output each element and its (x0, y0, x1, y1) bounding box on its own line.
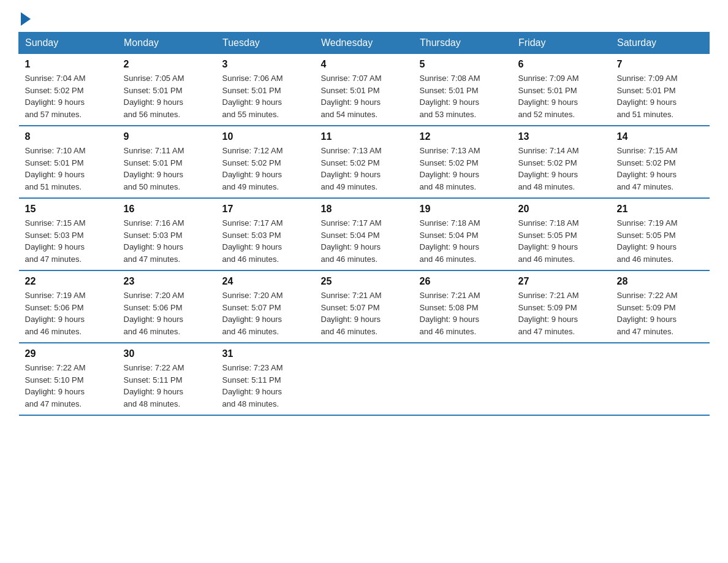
day-info: Sunrise: 7:23 AMSunset: 5:11 PMDaylight:… (222, 362, 309, 410)
calendar-cell: 24Sunrise: 7:20 AMSunset: 5:07 PMDayligh… (216, 270, 315, 343)
day-number: 25 (321, 276, 408, 287)
daylight-text: Daylight: 9 hours (420, 315, 480, 324)
calendar-cell: 28Sunrise: 7:22 AMSunset: 5:09 PMDayligh… (611, 270, 710, 343)
sunrise-text: Sunrise: 7:19 AM (617, 218, 678, 228)
sunrise-text: Sunrise: 7:21 AM (321, 291, 382, 300)
day-number: 23 (124, 276, 210, 287)
calendar-cell: 2Sunrise: 7:05 AMSunset: 5:01 PMDaylight… (118, 54, 216, 126)
sunrise-text: Sunrise: 7:09 AM (617, 74, 678, 83)
sunrise-text: Sunrise: 7:08 AM (420, 74, 480, 83)
sunrise-text: Sunrise: 7:15 AM (25, 218, 86, 228)
day-number: 30 (124, 348, 210, 359)
daylight-text: Daylight: 9 hours (222, 387, 282, 396)
daylight-text: Daylight: 9 hours (25, 387, 85, 396)
day-number: 16 (124, 204, 210, 215)
day-number: 4 (321, 59, 408, 70)
day-number: 2 (124, 59, 210, 70)
daylight-minutes-text: and 47 minutes. (124, 255, 181, 264)
day-info: Sunrise: 7:10 AMSunset: 5:01 PMDaylight:… (25, 145, 112, 193)
day-number: 7 (617, 59, 703, 70)
daylight-minutes-text: and 46 minutes. (617, 255, 674, 264)
day-number: 13 (518, 131, 605, 142)
calendar-cell: 7Sunrise: 7:09 AMSunset: 5:01 PMDaylight… (611, 54, 710, 126)
weekday-header-friday: Friday (512, 33, 611, 54)
sunset-text: Sunset: 5:07 PM (321, 303, 380, 312)
calendar-cell: 18Sunrise: 7:17 AMSunset: 5:04 PMDayligh… (315, 198, 414, 270)
sunset-text: Sunset: 5:11 PM (222, 375, 281, 385)
sunrise-text: Sunrise: 7:20 AM (124, 291, 184, 300)
daylight-text: Daylight: 9 hours (420, 98, 480, 107)
sunset-text: Sunset: 5:05 PM (518, 231, 577, 240)
calendar-cell: 21Sunrise: 7:19 AMSunset: 5:05 PMDayligh… (611, 198, 710, 270)
sunrise-text: Sunrise: 7:15 AM (617, 146, 678, 155)
day-number: 18 (321, 204, 408, 215)
day-info: Sunrise: 7:07 AMSunset: 5:01 PMDaylight:… (321, 72, 408, 120)
day-info: Sunrise: 7:16 AMSunset: 5:03 PMDaylight:… (124, 217, 210, 265)
day-info: Sunrise: 7:22 AMSunset: 5:11 PMDaylight:… (124, 362, 210, 410)
daylight-text: Daylight: 9 hours (222, 170, 282, 179)
sunset-text: Sunset: 5:02 PM (222, 158, 281, 167)
daylight-minutes-text: and 50 minutes. (124, 182, 181, 191)
sunset-text: Sunset: 5:02 PM (420, 158, 479, 167)
sunrise-text: Sunrise: 7:23 AM (222, 363, 283, 372)
day-number: 21 (617, 204, 703, 215)
sunset-text: Sunset: 5:01 PM (518, 86, 577, 95)
sunrise-text: Sunrise: 7:21 AM (420, 291, 480, 300)
daylight-text: Daylight: 9 hours (124, 98, 184, 107)
day-info: Sunrise: 7:18 AMSunset: 5:05 PMDaylight:… (518, 217, 605, 265)
day-number: 9 (124, 131, 210, 142)
weekday-header-wednesday: Wednesday (315, 33, 414, 54)
daylight-text: Daylight: 9 hours (321, 98, 381, 107)
calendar-cell: 17Sunrise: 7:17 AMSunset: 5:03 PMDayligh… (216, 198, 315, 270)
sunrise-text: Sunrise: 7:11 AM (124, 146, 184, 155)
weekday-header-sunday: Sunday (19, 33, 118, 54)
logo-triangle (21, 12, 31, 26)
calendar-week-2: 8Sunrise: 7:10 AMSunset: 5:01 PMDaylight… (19, 126, 710, 198)
daylight-minutes-text: and 48 minutes. (222, 399, 279, 408)
day-number: 17 (222, 204, 309, 215)
sunset-text: Sunset: 5:05 PM (617, 231, 676, 240)
daylight-minutes-text: and 46 minutes. (420, 255, 477, 264)
daylight-minutes-text: and 46 minutes. (222, 255, 279, 264)
weekday-header-saturday: Saturday (611, 33, 710, 54)
weekday-header-tuesday: Tuesday (216, 33, 315, 54)
day-number: 24 (222, 276, 309, 287)
sunrise-text: Sunrise: 7:19 AM (25, 291, 86, 300)
day-number: 11 (321, 131, 408, 142)
daylight-text: Daylight: 9 hours (124, 387, 184, 396)
sunset-text: Sunset: 5:04 PM (321, 231, 380, 240)
daylight-minutes-text: and 47 minutes. (617, 327, 674, 336)
day-number: 31 (222, 348, 309, 359)
sunrise-text: Sunrise: 7:06 AM (222, 74, 283, 83)
daylight-text: Daylight: 9 hours (124, 242, 184, 251)
calendar-cell: 5Sunrise: 7:08 AMSunset: 5:01 PMDaylight… (414, 54, 512, 126)
sunrise-text: Sunrise: 7:16 AM (124, 218, 184, 228)
day-number: 20 (518, 204, 605, 215)
calendar-cell: 22Sunrise: 7:19 AMSunset: 5:06 PMDayligh… (19, 270, 118, 343)
calendar-cell: 11Sunrise: 7:13 AMSunset: 5:02 PMDayligh… (315, 126, 414, 198)
daylight-minutes-text: and 49 minutes. (222, 182, 279, 191)
daylight-minutes-text: and 46 minutes. (420, 327, 477, 336)
daylight-minutes-text: and 46 minutes. (321, 327, 378, 336)
sunset-text: Sunset: 5:02 PM (25, 86, 84, 95)
sunset-text: Sunset: 5:11 PM (124, 375, 183, 385)
calendar-cell: 3Sunrise: 7:06 AMSunset: 5:01 PMDaylight… (216, 54, 315, 126)
day-number: 12 (420, 131, 506, 142)
daylight-text: Daylight: 9 hours (617, 242, 677, 251)
day-number: 5 (420, 59, 506, 70)
calendar-cell: 8Sunrise: 7:10 AMSunset: 5:01 PMDaylight… (19, 126, 118, 198)
day-info: Sunrise: 7:12 AMSunset: 5:02 PMDaylight:… (222, 145, 309, 193)
calendar-cell: 12Sunrise: 7:13 AMSunset: 5:02 PMDayligh… (414, 126, 512, 198)
sunset-text: Sunset: 5:01 PM (420, 86, 479, 95)
daylight-minutes-text: and 54 minutes. (321, 110, 378, 119)
daylight-text: Daylight: 9 hours (617, 98, 677, 107)
sunrise-text: Sunrise: 7:12 AM (222, 146, 283, 155)
day-number: 26 (420, 276, 506, 287)
daylight-text: Daylight: 9 hours (518, 98, 578, 107)
daylight-text: Daylight: 9 hours (321, 242, 381, 251)
calendar-week-3: 15Sunrise: 7:15 AMSunset: 5:03 PMDayligh… (19, 198, 710, 270)
day-info: Sunrise: 7:19 AMSunset: 5:05 PMDaylight:… (617, 217, 703, 265)
daylight-minutes-text: and 46 minutes. (124, 327, 181, 336)
sunrise-text: Sunrise: 7:13 AM (321, 146, 382, 155)
calendar-cell: 1Sunrise: 7:04 AMSunset: 5:02 PMDaylight… (19, 54, 118, 126)
